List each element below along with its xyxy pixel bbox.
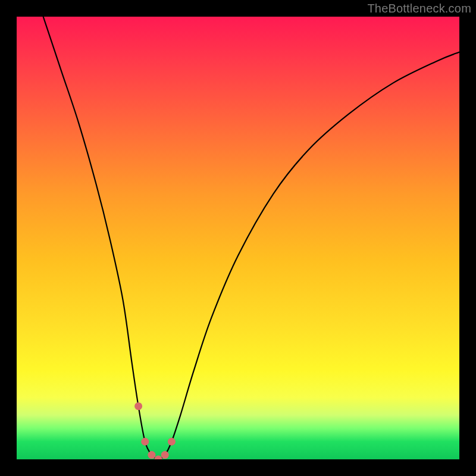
curve-layer bbox=[17, 17, 459, 459]
marker-dot bbox=[134, 402, 142, 410]
marker-group bbox=[134, 402, 176, 459]
chart-frame: TheBottleneck.com bbox=[0, 0, 476, 476]
bottleneck-curve bbox=[43, 17, 459, 459]
marker-dot bbox=[141, 438, 149, 446]
marker-dot bbox=[155, 456, 162, 460]
marker-dot bbox=[161, 451, 169, 459]
marker-dot bbox=[168, 438, 176, 446]
marker-dot bbox=[148, 451, 155, 459]
plot-area bbox=[17, 17, 459, 459]
watermark-text: TheBottleneck.com bbox=[367, 2, 471, 15]
